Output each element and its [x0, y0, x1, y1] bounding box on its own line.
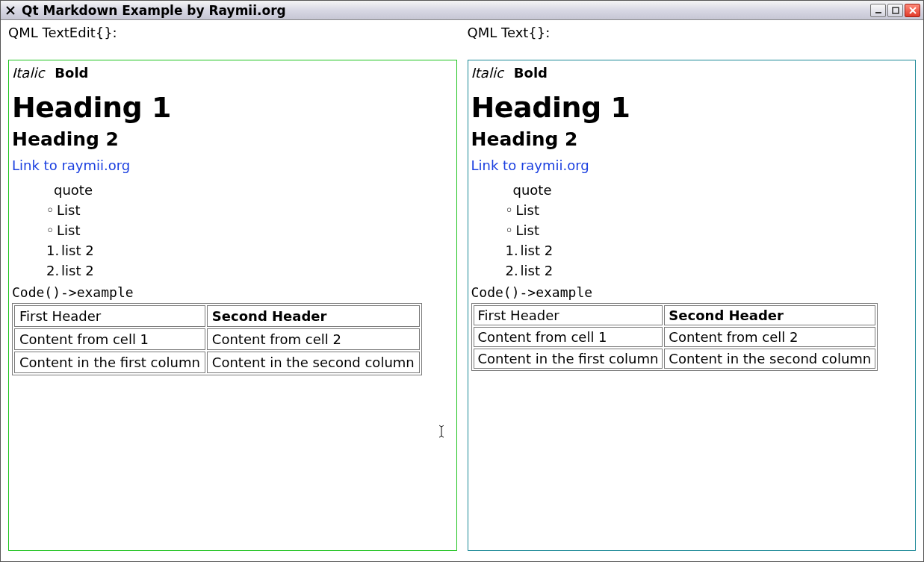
- ordered-list[interactable]: 1.list 2 2.list 2: [46, 243, 453, 278]
- list-item[interactable]: ◦List: [46, 202, 453, 218]
- unordered-list[interactable]: ◦List ◦List: [46, 202, 453, 238]
- table-row: Content in the first column Content in t…: [474, 349, 876, 369]
- ordered-list: 1.list 2 2.list 2: [506, 243, 913, 278]
- app-icon: [4, 4, 17, 17]
- table-row[interactable]: Content in the first column Content in t…: [14, 352, 420, 373]
- markdown-table[interactable]: First Header Second Header Content from …: [12, 303, 422, 375]
- table-header-cell: Second Header: [664, 305, 875, 325]
- italic-text: Italic: [471, 65, 503, 81]
- table-header-cell: First Header: [474, 305, 663, 325]
- svg-rect-3: [893, 7, 899, 13]
- bold-text[interactable]: Bold: [55, 65, 88, 81]
- blockquote[interactable]: quote: [54, 182, 453, 198]
- table-header-cell[interactable]: First Header: [14, 305, 205, 327]
- blockquote: quote: [513, 182, 913, 198]
- maximize-button[interactable]: [887, 4, 903, 17]
- window-title: Qt Markdown Example by Raymii.org: [22, 3, 286, 18]
- table-cell[interactable]: Content from cell 2: [207, 328, 420, 350]
- list-item-label: list 2: [521, 263, 554, 278]
- app-window: Qt Markdown Example by Raymii.org QML Te…: [0, 0, 924, 562]
- client-area: QML TextEdit{}: ItalicBold Heading 1 Hea…: [1, 20, 923, 561]
- right-label: QML Text{}:: [468, 25, 917, 40]
- link-raymii[interactable]: Link to raymii.org: [12, 157, 130, 173]
- left-label: QML TextEdit{}:: [8, 25, 457, 40]
- list-item-label: list 2: [61, 263, 94, 278]
- list-item-label: List: [57, 202, 80, 218]
- list-item[interactable]: 2.list 2: [46, 263, 453, 278]
- table-cell: Content from cell 2: [664, 327, 875, 347]
- list-item-label: List: [57, 222, 80, 238]
- table-cell[interactable]: Content from cell 1: [14, 328, 205, 350]
- list-item[interactable]: ◦List: [46, 222, 453, 238]
- list-item-label: List: [516, 202, 539, 218]
- formatting-sample: ItalicBold: [471, 65, 913, 81]
- list-item: 2.list 2: [506, 263, 913, 278]
- heading-1: Heading 1: [471, 91, 913, 124]
- bold-text: Bold: [514, 65, 548, 81]
- textedit-panel[interactable]: ItalicBold Heading 1 Heading 2 Link to r…: [8, 60, 457, 551]
- code-block[interactable]: Code()->example: [12, 284, 453, 300]
- formatting-sample[interactable]: ItalicBold: [12, 65, 453, 81]
- heading-2: Heading 2: [471, 128, 913, 150]
- table-cell[interactable]: Content in the first column: [14, 352, 205, 373]
- code-block: Code()->example: [471, 284, 913, 300]
- table-cell: Content from cell 1: [474, 327, 663, 347]
- heading-2[interactable]: Heading 2: [12, 128, 453, 150]
- link-raymii[interactable]: Link to raymii.org: [471, 157, 589, 173]
- table-header-cell[interactable]: Second Header: [207, 305, 420, 327]
- table-cell[interactable]: Content in the second column: [207, 352, 420, 373]
- list-item[interactable]: 1.list 2: [46, 243, 453, 258]
- list-item: ◦List: [506, 202, 913, 218]
- right-column: QML Text{}: ItalicBold Heading 1 Heading…: [468, 25, 917, 551]
- italic-text[interactable]: Italic: [12, 65, 44, 81]
- list-item-label: List: [516, 222, 539, 238]
- text-panel: ItalicBold Heading 1 Heading 2 Link to r…: [468, 60, 917, 551]
- table-row: Content from cell 1 Content from cell 2: [474, 327, 876, 347]
- heading-1[interactable]: Heading 1: [12, 91, 453, 124]
- left-column: QML TextEdit{}: ItalicBold Heading 1 Hea…: [8, 25, 457, 551]
- list-item-label: list 2: [521, 243, 554, 258]
- markdown-table: First Header Second Header Content from …: [471, 303, 878, 371]
- unordered-list: ◦List ◦List: [506, 202, 913, 238]
- table-row[interactable]: Content from cell 1 Content from cell 2: [14, 328, 420, 350]
- list-item-label: list 2: [61, 243, 94, 258]
- minimize-button[interactable]: [870, 4, 886, 17]
- table-cell: Content in the first column: [474, 349, 663, 369]
- close-button[interactable]: [905, 4, 920, 17]
- list-item: ◦List: [506, 222, 913, 238]
- titlebar[interactable]: Qt Markdown Example by Raymii.org: [1, 1, 923, 20]
- list-item: 1.list 2: [506, 243, 913, 258]
- table-cell: Content in the second column: [664, 349, 875, 369]
